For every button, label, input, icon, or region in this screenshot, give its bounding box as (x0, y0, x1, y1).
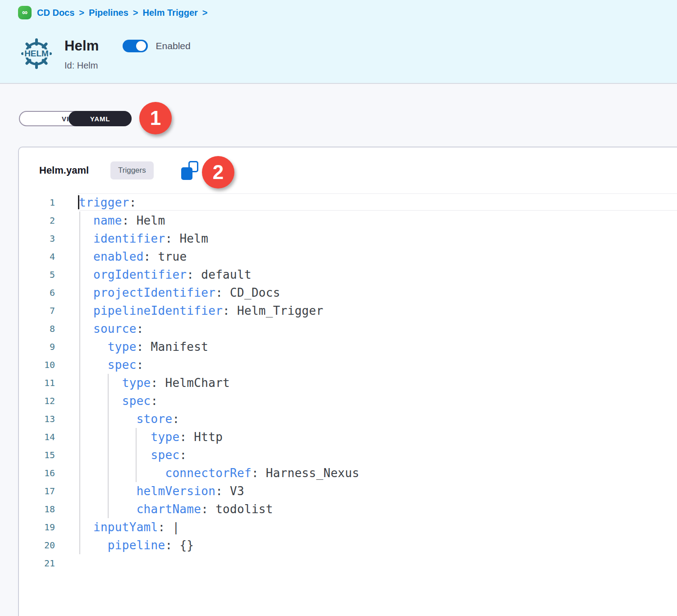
enabled-toggle[interactable] (123, 40, 148, 52)
line-number: 3 (19, 230, 55, 248)
code-line: 21 (19, 554, 677, 572)
code-line: 16 connectorRef: Harness_Nexus (19, 464, 677, 482)
code-line: 9 type: Manifest (19, 338, 677, 356)
cd-module-icon: ∞ (18, 6, 32, 19)
code-line: 3 identifier: Helm (19, 230, 677, 248)
code-line: 7 pipelineIdentifier: Helm_Trigger (19, 302, 677, 320)
line-number: 7 (19, 302, 55, 320)
line-number: 4 (19, 248, 55, 266)
code-line: 13 store: (19, 410, 677, 428)
line-number: 19 (19, 518, 55, 536)
line-number: 21 (19, 554, 55, 572)
visual-yaml-toggle: VISUAL YAML (19, 111, 132, 126)
line-number: 14 (19, 428, 55, 446)
page-title: Helm (64, 38, 99, 54)
yaml-panel: Helm.yaml Triggers 1trigger:2 name: Helm… (18, 147, 677, 616)
breadcrumb: ∞ CD Docs>Pipelines>Helm Trigger> (18, 6, 208, 19)
code-line: 4 enabled: true (19, 248, 677, 266)
page-header: ∞ CD Docs>Pipelines>Helm Trigger> HELM H… (0, 0, 677, 84)
line-number: 13 (19, 410, 55, 428)
code-line: 8 source: (19, 320, 677, 338)
breadcrumb-item[interactable]: CD Docs (37, 8, 74, 18)
yaml-editor[interactable]: 1trigger:2 name: Helm3 identifier: Helm4… (19, 193, 677, 616)
code-line: 12 spec: (19, 392, 677, 410)
line-number: 12 (19, 392, 55, 410)
code-line: 5 orgIdentifier: default (19, 266, 677, 284)
code-line: 15 spec: (19, 446, 677, 464)
code-line: 19 inputYaml: | (19, 518, 677, 536)
breadcrumb-item[interactable]: Pipelines (89, 8, 128, 18)
line-number: 16 (19, 464, 55, 482)
annotation-step-1: 1 (139, 102, 172, 134)
triggers-badge: Triggers (110, 161, 154, 179)
code-line: 1trigger: (19, 193, 677, 211)
annotation-step-2: 2 (202, 156, 234, 188)
code-line: 11 type: HelmChart (19, 374, 677, 392)
svg-text:HELM: HELM (24, 49, 49, 58)
code-line: 6 projectIdentifier: CD_Docs (19, 284, 677, 302)
line-number: 8 (19, 320, 55, 338)
line-number: 18 (19, 500, 55, 518)
line-number: 20 (19, 536, 55, 554)
trigger-id-label: Id: Helm (64, 60, 98, 71)
tab-yaml[interactable]: YAML (69, 111, 132, 126)
line-number: 11 (19, 374, 55, 392)
code-line: 10 spec: (19, 356, 677, 374)
breadcrumb-separator: > (133, 8, 138, 18)
code-line: 2 name: Helm (19, 211, 677, 230)
line-number: 6 (19, 284, 55, 302)
yaml-file-name: Helm.yaml (39, 165, 89, 176)
line-number: 2 (19, 211, 55, 230)
code-line: 20 pipeline: {} (19, 536, 677, 554)
line-number: 9 (19, 338, 55, 356)
line-number: 15 (19, 446, 55, 464)
breadcrumb-separator: > (79, 8, 84, 18)
toggle-knob (136, 41, 146, 51)
yaml-panel-header: Helm.yaml Triggers (19, 147, 677, 193)
code-line: 17 helmVersion: V3 (19, 482, 677, 500)
line-number: 1 (19, 193, 55, 211)
enabled-label: Enabled (156, 41, 191, 51)
line-number: 5 (19, 266, 55, 284)
helm-logo: HELM (17, 34, 56, 73)
breadcrumb-separator: > (202, 8, 208, 18)
line-number: 10 (19, 356, 55, 374)
code-line: 14 type: Http (19, 428, 677, 446)
code-line: 18 chartName: todolist (19, 500, 677, 518)
text-cursor (78, 195, 79, 209)
copy-icon[interactable] (181, 161, 198, 180)
line-number: 17 (19, 482, 55, 500)
breadcrumb-item[interactable]: Helm Trigger (143, 8, 198, 18)
